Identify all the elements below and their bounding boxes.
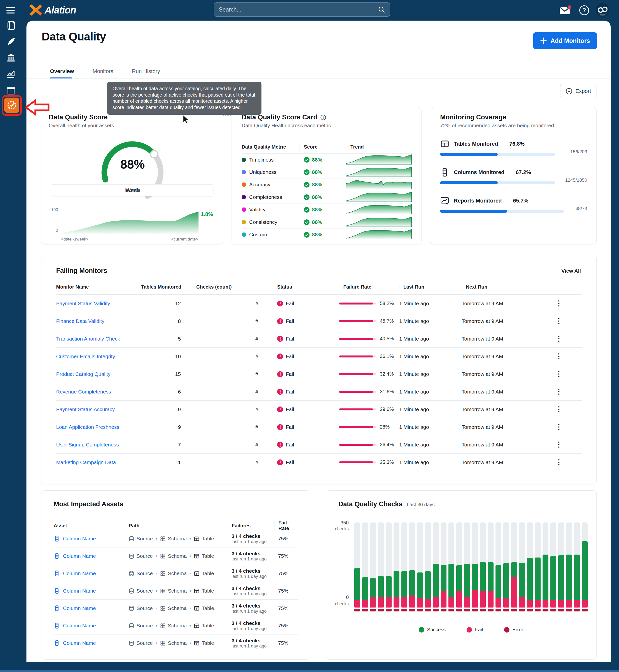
check-bar[interactable] (503, 523, 509, 616)
add-monitors-button[interactable]: Add Monitors (533, 33, 597, 49)
check-bar[interactable] (456, 523, 462, 616)
check-bar[interactable] (449, 523, 454, 616)
schema-icon (160, 623, 166, 629)
check-bar[interactable] (519, 523, 525, 616)
check-bar[interactable] (558, 523, 564, 616)
hamburger-menu-icon[interactable] (6, 5, 15, 15)
row-menu-button[interactable] (556, 457, 561, 467)
check-bar[interactable] (472, 523, 478, 616)
row-menu-button[interactable] (556, 369, 561, 379)
search-icon[interactable] (378, 6, 385, 13)
asset-name-link[interactable]: Column Name (63, 640, 96, 646)
export-button[interactable]: Export (560, 84, 597, 98)
check-bar[interactable] (378, 523, 384, 616)
trend-sparkline (346, 204, 412, 214)
sidebar-item-analytics[interactable] (0, 69, 22, 79)
row-menu-button[interactable] (556, 298, 561, 308)
help-button[interactable]: ? (579, 5, 590, 17)
row-menu-button[interactable] (556, 334, 561, 344)
asset-path[interactable]: Source›Schema›Table (125, 588, 228, 594)
tab-run-history[interactable]: Run History (132, 68, 160, 74)
status-badge: Fail (286, 354, 294, 359)
check-circle-icon (303, 169, 310, 175)
check-bar[interactable] (543, 523, 548, 616)
check-bar[interactable] (394, 523, 399, 616)
failures-value: 3 / 4 checks (231, 620, 274, 626)
checks-count-value: # (192, 336, 273, 342)
row-menu-button[interactable] (556, 387, 561, 397)
sidebar-item-compose[interactable] (0, 37, 22, 47)
check-bar[interactable] (535, 523, 541, 616)
monitor-name-link[interactable]: Product Catalog Quality (56, 371, 111, 377)
user-avatar[interactable]: DEV OPS (596, 3, 610, 18)
monitor-name-link[interactable]: Payment Status Validity (56, 301, 110, 306)
asset-name-link[interactable]: Column Name (63, 623, 96, 629)
monitor-name-link[interactable]: Transaction Anomaly Check (56, 336, 120, 342)
asset-path[interactable]: Source›Schema›Table (125, 622, 228, 629)
asset-name-link[interactable]: Column Name (63, 605, 96, 611)
asset-name-link[interactable]: Column Name (63, 570, 96, 576)
check-bar[interactable] (574, 523, 580, 616)
monitor-name-link[interactable]: User Signup Completeness (56, 442, 119, 447)
tab-overview[interactable]: Overview (50, 68, 74, 74)
check-bar[interactable] (488, 523, 493, 616)
row-menu-button[interactable] (556, 351, 561, 361)
row-menu-button[interactable] (556, 440, 561, 450)
check-bar[interactable] (495, 523, 501, 616)
database-icon (129, 571, 134, 576)
monitor-name-link[interactable]: Payment Status Accuracy (56, 407, 115, 412)
monitor-name-link[interactable]: Loan Application Freshness (56, 424, 119, 430)
sidebar-item-marketplace[interactable] (0, 86, 22, 96)
check-bar[interactable] (550, 523, 556, 616)
asset-name-link[interactable]: Column Name (63, 588, 96, 594)
failures-value: 3 / 4 checks (231, 638, 274, 644)
monitor-name-link[interactable]: Finance Data Validity (56, 318, 105, 324)
tab-monitors[interactable]: Monitors (93, 68, 113, 74)
view-all-link[interactable]: View All (561, 268, 581, 274)
check-bar[interactable] (582, 523, 588, 616)
row-menu-button[interactable] (556, 316, 561, 326)
monitor-name-link[interactable]: Customer Emails Integrity (56, 354, 115, 359)
check-bar[interactable] (386, 523, 392, 616)
asset-path[interactable]: Source›Schema›Table (125, 605, 228, 611)
notifications-button[interactable] (559, 5, 572, 17)
monitor-name-link[interactable]: Marketing Campaign Data (56, 460, 116, 465)
alation-logo[interactable]: Alation (29, 3, 76, 17)
global-search[interactable] (214, 2, 390, 17)
asset-name-link[interactable]: Column Name (63, 536, 96, 542)
asset-path[interactable]: Source›Schema›Table (125, 640, 228, 646)
asset-path[interactable]: Source›Schema›Table (125, 570, 228, 576)
coverage-label: Reports Monitored (454, 198, 502, 204)
asset-path[interactable]: Source›Schema›Table (125, 536, 228, 542)
check-bar[interactable] (566, 523, 572, 616)
coverage-item: Tables Monitored76.8%156/203 (440, 139, 587, 156)
check-bar[interactable] (480, 523, 486, 616)
check-bar[interactable] (417, 523, 423, 616)
info-icon[interactable] (320, 115, 326, 120)
database-icon (129, 588, 134, 594)
check-bar[interactable] (409, 523, 415, 616)
column-icon (54, 605, 60, 611)
monitor-name-link[interactable]: Revenue Completeness (56, 389, 111, 394)
row-menu-button[interactable] (556, 422, 561, 432)
legend-label: Fail (475, 627, 483, 632)
check-bar[interactable] (362, 523, 368, 616)
coverage-label: Tables Monitored (454, 141, 498, 147)
sidebar-item-catalog[interactable] (0, 20, 22, 30)
row-menu-button[interactable] (556, 404, 561, 414)
check-bar[interactable] (401, 523, 407, 616)
asset-name-link[interactable]: Column Name (63, 553, 96, 559)
check-bar[interactable] (440, 523, 446, 616)
check-bar[interactable] (425, 523, 431, 616)
check-bar[interactable] (433, 523, 439, 616)
check-bar[interactable] (527, 523, 533, 616)
asset-path[interactable]: Source›Schema›Table (125, 553, 228, 559)
check-circle-icon (303, 157, 310, 163)
check-bar[interactable] (511, 523, 517, 616)
sidebar-item-governance[interactable] (0, 53, 22, 63)
check-bar[interactable] (370, 523, 376, 616)
check-bar[interactable] (464, 523, 470, 616)
check-bar[interactable] (354, 523, 360, 616)
toggle-month[interactable]: Month (52, 185, 213, 196)
search-input[interactable] (219, 6, 378, 13)
